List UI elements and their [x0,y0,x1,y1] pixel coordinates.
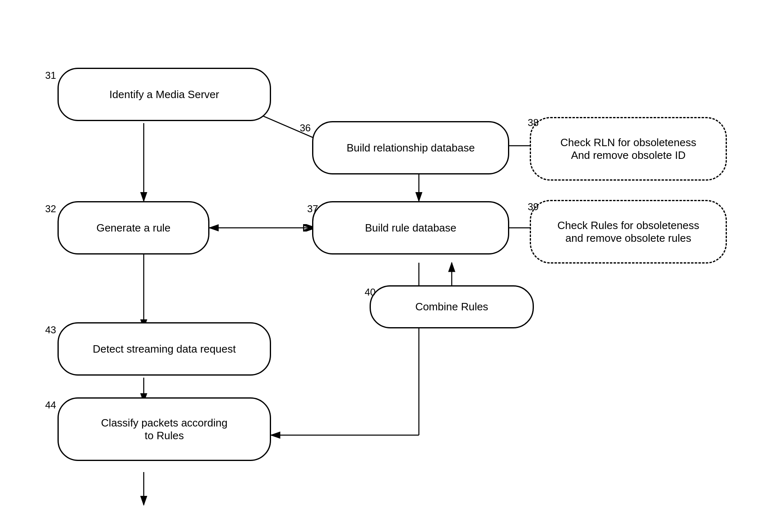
node-36-id: 36 [300,122,311,134]
node-39: Check Rules for obsoleteness and remove … [530,200,727,264]
node-43-id: 43 [45,324,56,336]
node-43: Detect streaming data request [57,322,271,376]
diagram: Identify a Media Server 31 Build relatio… [0,0,770,532]
node-38-id: 38 [528,117,539,128]
node-39-id: 39 [528,201,539,213]
node-37-label: Build rule database [365,222,457,234]
node-40-id: 40 [365,287,376,298]
node-32-label: Generate a rule [97,222,171,234]
node-40-label: Combine Rules [415,300,488,313]
node-31-label: Identify a Media Server [109,88,219,101]
node-39-label: Check Rules for obsoleteness and remove … [557,219,699,245]
node-40: Combine Rules [370,285,534,328]
node-36-label: Build relationship database [347,142,475,154]
node-44-label: Classify packets according to Rules [101,417,228,442]
node-38-label: Check RLN for obsoleteness And remove ob… [561,136,696,162]
node-31-id: 31 [45,70,56,81]
node-36: Build relationship database [312,121,509,174]
node-37: Build rule database [312,201,509,255]
node-38: Check RLN for obsoleteness And remove ob… [530,117,727,181]
node-43-label: Detect streaming data request [93,343,236,355]
node-44-id: 44 [45,399,56,411]
node-37-id: 37 [307,203,318,215]
node-31: Identify a Media Server [57,68,271,121]
node-32-id: 32 [45,203,56,215]
node-32: Generate a rule [57,201,209,255]
node-44: Classify packets according to Rules [57,397,271,461]
